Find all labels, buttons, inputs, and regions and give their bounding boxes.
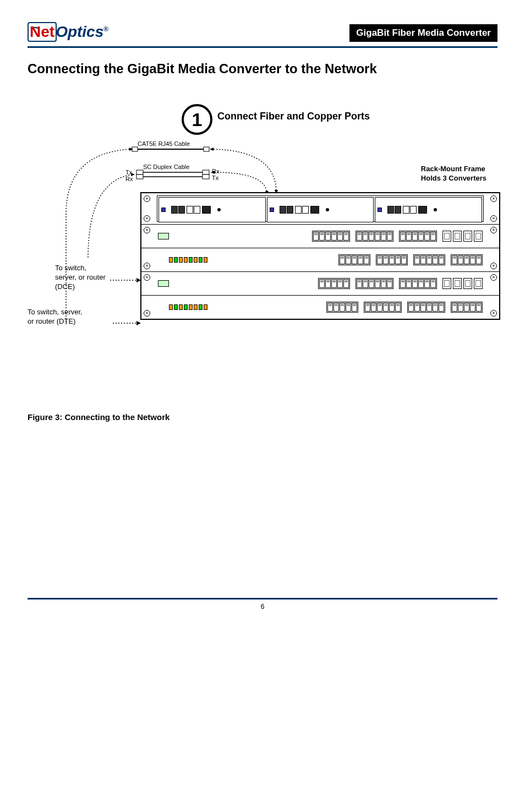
screw-icon	[144, 227, 150, 233]
power-jack-icon	[326, 208, 329, 211]
fiber-port-pair	[171, 206, 185, 214]
port-cluster	[376, 254, 408, 265]
led-icon	[169, 257, 173, 263]
svg-marker-12	[210, 148, 214, 151]
fiber-port-icon	[187, 206, 193, 214]
rack-row-switch-3	[141, 272, 499, 296]
dte-line1: To switch, server,	[28, 308, 83, 316]
step-label: Connect Fiber and Copper Ports	[217, 111, 370, 122]
port-cluster	[356, 231, 393, 242]
svg-marker-9	[129, 148, 133, 151]
rj45-port-icon	[310, 206, 319, 214]
port-cluster	[326, 302, 358, 313]
dte-label: To switch, server, or router (DTE)	[28, 308, 83, 326]
power-led-icon	[161, 208, 166, 212]
fiber-port-icon	[194, 206, 200, 214]
port-cluster	[364, 302, 402, 313]
step-number: 1	[192, 109, 203, 130]
section-heading: Connecting the GigaBit Media Converter t…	[28, 61, 497, 77]
rack-label-line1: Rack-Mount Frame	[421, 165, 485, 173]
fiber-port-icon	[410, 206, 417, 214]
converter-unit-2	[267, 197, 374, 222]
port-cluster	[451, 302, 483, 313]
screw-icon	[144, 195, 150, 202]
svg-rect-2	[204, 147, 209, 151]
svg-rect-3	[136, 170, 143, 175]
led-strip	[169, 257, 207, 263]
sc-duplex-cable-label: SC Duplex Cable	[143, 164, 189, 170]
dte-line2: or router (DTE)	[28, 317, 75, 325]
fiber-port-icon	[403, 206, 409, 214]
logo-net-text: Net	[30, 23, 54, 40]
fiber-port-icon	[302, 206, 309, 214]
equipment-rack	[140, 192, 500, 320]
svg-rect-4	[136, 175, 143, 179]
power-led-icon	[378, 208, 382, 212]
port-cluster	[312, 231, 350, 242]
screw-icon	[144, 274, 150, 281]
svg-rect-8	[203, 175, 209, 179]
port-cluster	[399, 231, 437, 242]
figure-number: Figure 3:	[28, 412, 62, 422]
logo-optics-text: Optics	[56, 23, 103, 40]
gbic-slot-icon	[442, 231, 451, 242]
page-header: ~ Net Optics® GigaBit Fiber Media Conver…	[28, 22, 497, 42]
port-cluster	[338, 254, 370, 265]
netoptics-logo: ~ Net Optics®	[28, 22, 108, 42]
fiber-port-icon	[387, 206, 394, 214]
header-divider	[28, 46, 497, 48]
logo-box: ~ Net	[28, 22, 57, 42]
status-led-icon	[158, 233, 169, 239]
converter-shelf	[157, 195, 484, 222]
port-cluster	[407, 302, 445, 313]
screw-icon	[490, 310, 497, 317]
screw-icon	[490, 263, 497, 269]
dce-line1: To switch,	[55, 264, 86, 272]
power-led-icon	[270, 208, 274, 212]
screw-icon	[144, 310, 150, 317]
footer-divider	[28, 598, 497, 600]
power-jack-icon	[434, 208, 437, 211]
port-cluster	[356, 278, 393, 289]
cat5e-cable-label: CAT5E RJ45 Cable	[138, 140, 190, 147]
rack-row-switch-4	[141, 296, 499, 319]
dce-label: To switch, server, or router (DCE)	[55, 264, 106, 292]
gbic-slots	[442, 231, 483, 242]
port-cluster	[413, 254, 445, 265]
svg-marker-18	[136, 321, 141, 325]
logo-registered-icon: ®	[103, 25, 108, 33]
screw-icon	[490, 227, 497, 233]
rj45-port-icon	[202, 206, 211, 214]
page-footer: 6	[28, 598, 497, 611]
screw-icon	[144, 215, 150, 222]
power-jack-icon	[217, 208, 221, 211]
fiber-port-icon	[178, 206, 185, 214]
fiber-port-pair	[187, 206, 200, 214]
fiber-port-icon	[280, 206, 286, 214]
figure-caption: Figure 3: Connecting to the Network	[28, 412, 497, 422]
dce-line2: server, or router	[55, 273, 106, 281]
rx-label-right: Rx	[212, 168, 219, 175]
screw-icon	[490, 215, 497, 222]
converter-unit-3	[375, 197, 482, 222]
title-banner: GigaBit Fiber Media Converter	[349, 24, 497, 42]
fiber-port-icon	[395, 206, 401, 214]
status-led-icon	[158, 280, 169, 287]
converter-unit-1	[158, 197, 266, 222]
rack-row-converters	[141, 193, 499, 225]
tx-label-right: Tx	[212, 175, 218, 181]
rj45-port-icon	[313, 232, 319, 241]
screw-icon	[144, 263, 150, 269]
rack-mount-label: Rack-Mount Frame Holds 3 Converters	[421, 165, 486, 183]
rack-label-line2: Holds 3 Converters	[421, 174, 486, 182]
screw-icon	[490, 195, 497, 202]
rack-row-switch-2	[141, 248, 499, 272]
svg-rect-7	[203, 170, 209, 175]
gbic-slots	[442, 278, 483, 289]
screw-icon	[490, 274, 497, 281]
page-number: 6	[28, 603, 497, 611]
fiber-port-icon	[171, 206, 178, 214]
rx-label-left: Rx	[125, 176, 133, 182]
port-cluster	[399, 278, 437, 289]
led-strip	[169, 304, 207, 310]
